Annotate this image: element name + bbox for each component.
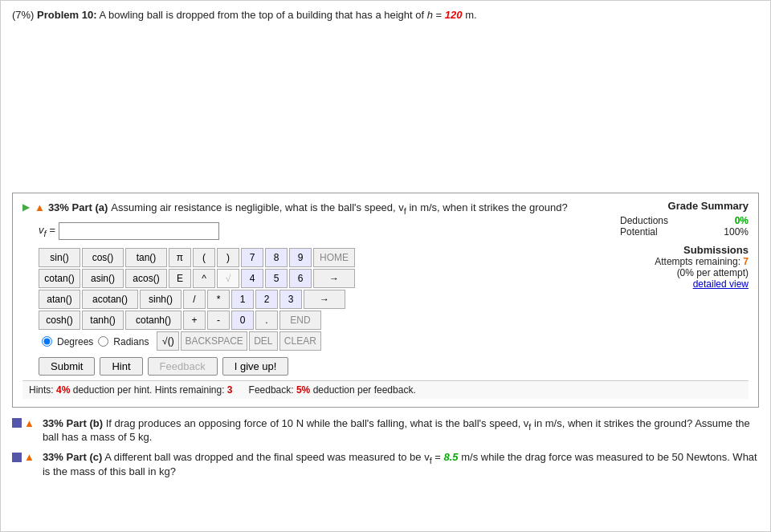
calc-pi[interactable]: π: [169, 248, 191, 267]
play-icon[interactable]: ▶: [22, 201, 30, 213]
grade-summary-title: Grade Summary: [620, 200, 749, 212]
h-variable: h: [427, 9, 433, 21]
warning-icon-b: ▲: [24, 417, 35, 429]
calc-0[interactable]: 0: [231, 311, 254, 330]
calc-sqrt-small[interactable]: √: [217, 269, 239, 288]
calc-asin[interactable]: asin(): [82, 269, 124, 288]
calc-cos[interactable]: cos(): [82, 248, 124, 267]
warning-icon-c: ▲: [24, 451, 35, 463]
calc-multiply[interactable]: *: [207, 290, 230, 309]
part-b-content: If drag produces an opposing force of 10…: [43, 417, 750, 444]
calc-atan[interactable]: atan(): [39, 290, 80, 309]
attempts-note: (0% per attempt): [620, 267, 749, 278]
potential-row: Potential 100%: [620, 226, 749, 238]
calc-5[interactable]: 5: [265, 269, 288, 288]
main-container: (7%) Problem 10: A bowling ball is dropp…: [0, 0, 771, 532]
calc-cotan[interactable]: cotan(): [39, 269, 80, 288]
hints-bar: Hints: 4% deduction per hint. Hints rema…: [22, 380, 749, 399]
calc-cosh[interactable]: cosh(): [39, 311, 80, 330]
potential-label: Potential: [620, 226, 658, 238]
radians-label[interactable]: Radians: [113, 336, 149, 347]
calc-right-arrow-2[interactable]: →: [304, 290, 345, 309]
h-unit: m.: [465, 9, 476, 21]
attempts-label: Attempts remaining:: [655, 256, 740, 267]
part-b-text: 33% Part (b) If drag produces an opposin…: [43, 417, 759, 444]
equals-sign: =: [436, 9, 445, 21]
h-value: 120: [445, 9, 463, 21]
part-c-item: ▲ 33% Part (c) A different ball was drop…: [12, 449, 759, 479]
submit-button[interactable]: Submit: [39, 357, 95, 376]
calc-tanh[interactable]: tanh(): [82, 311, 124, 330]
calc-3[interactable]: 3: [279, 290, 302, 309]
problem-weight: (7%): [12, 9, 34, 21]
part-c-text: 33% Part (c) A different ball was droppe…: [43, 451, 759, 477]
hints-label: Hints:: [29, 384, 54, 396]
part-c-square: [12, 453, 22, 462]
calc-2[interactable]: 2: [255, 290, 278, 309]
calc-row-4: cosh() tanh() cotanh() + - 0 . END: [39, 311, 749, 330]
calc-close-paren[interactable]: ): [217, 248, 239, 267]
submissions-box: Submissions Attempts remaining: 7 (0% pe…: [620, 244, 749, 290]
calc-backspace[interactable]: BACKSPACE: [181, 331, 247, 351]
other-parts-list: ▲ 33% Part (b) If drag produces an oppos…: [12, 416, 759, 479]
part-b-square: [12, 418, 22, 428]
calc-tan[interactable]: tan(): [125, 248, 167, 267]
action-buttons-row: Submit Hint Feedback I give up!: [39, 357, 749, 376]
calc-end[interactable]: END: [279, 311, 321, 330]
calc-acos[interactable]: acos(): [125, 269, 167, 288]
hint-button[interactable]: Hint: [100, 357, 142, 376]
calc-right-arrow-1[interactable]: →: [313, 269, 355, 288]
calc-9[interactable]: 9: [289, 248, 312, 267]
calc-del[interactable]: DEL: [249, 331, 278, 351]
deductions-label: Deductions: [620, 215, 668, 226]
degrees-radio[interactable]: [42, 336, 52, 347]
calc-home[interactable]: HOME: [313, 248, 355, 267]
hints-text: deduction per hint. Hints remaining:: [73, 384, 225, 396]
input-label: vf =: [39, 224, 55, 238]
degrees-label[interactable]: Degrees: [57, 336, 93, 347]
hints-pct: 4%: [56, 384, 70, 396]
feedback-button[interactable]: Feedback: [148, 357, 218, 376]
part-c-content: A different ball was dropped and the fin…: [43, 451, 757, 477]
grade-summary-box: Grade Summary Deductions 0% Potential 10…: [620, 200, 749, 290]
part-a-section: Grade Summary Deductions 0% Potential 10…: [12, 193, 759, 408]
detailed-view-link[interactable]: detailed view: [693, 278, 749, 290]
deductions-row: Deductions 0%: [620, 215, 749, 226]
calc-acotan[interactable]: acotan(): [82, 290, 138, 309]
calc-minus[interactable]: -: [207, 311, 230, 330]
warning-icon-a: ▲: [35, 201, 45, 213]
calc-divide[interactable]: /: [183, 290, 206, 309]
calc-6[interactable]: 6: [289, 269, 312, 288]
blank-workspace: [12, 32, 759, 193]
calc-8[interactable]: 8: [265, 248, 288, 267]
problem-text: A bowling ball is dropped from the top o…: [99, 9, 426, 21]
answer-input-field[interactable]: [59, 222, 219, 240]
hints-remaining: 3: [227, 384, 233, 396]
problem-header: (7%) Problem 10: A bowling ball is dropp…: [12, 9, 759, 26]
calc-sinh[interactable]: sinh(): [140, 290, 182, 309]
calc-caret[interactable]: ^: [193, 269, 215, 288]
calc-decimal[interactable]: .: [255, 311, 278, 330]
give-up-button[interactable]: I give up!: [222, 357, 289, 376]
part-c-label: 33% Part (c): [43, 451, 102, 463]
attempts-row: Attempts remaining: 7: [620, 256, 749, 267]
calc-row-3: atan() acotan() sinh() / * 1 2 3 →: [39, 290, 749, 309]
part-b-label: 33% Part (b): [43, 417, 103, 429]
calc-cotanh[interactable]: cotanh(): [125, 311, 182, 330]
calc-sin[interactable]: sin(): [39, 248, 80, 267]
feedback-pct: 5%: [296, 384, 310, 396]
calc-clear[interactable]: CLEAR: [279, 331, 321, 351]
radians-radio[interactable]: [98, 336, 108, 347]
potential-value: 100%: [724, 226, 749, 238]
submissions-title: Submissions: [620, 244, 749, 256]
problem-label: Problem 10:: [37, 9, 96, 21]
calc-plus[interactable]: +: [183, 311, 206, 330]
calc-4[interactable]: 4: [241, 269, 263, 288]
attempts-value: 7: [743, 256, 749, 267]
calc-e[interactable]: E: [169, 269, 191, 288]
calc-1[interactable]: 1: [231, 290, 254, 309]
calc-sqrt-paren[interactable]: √(): [157, 331, 179, 351]
calc-7[interactable]: 7: [241, 248, 263, 267]
angle-mode-selector: Degrees Radians: [42, 333, 149, 351]
calc-open-paren[interactable]: (: [193, 248, 215, 267]
